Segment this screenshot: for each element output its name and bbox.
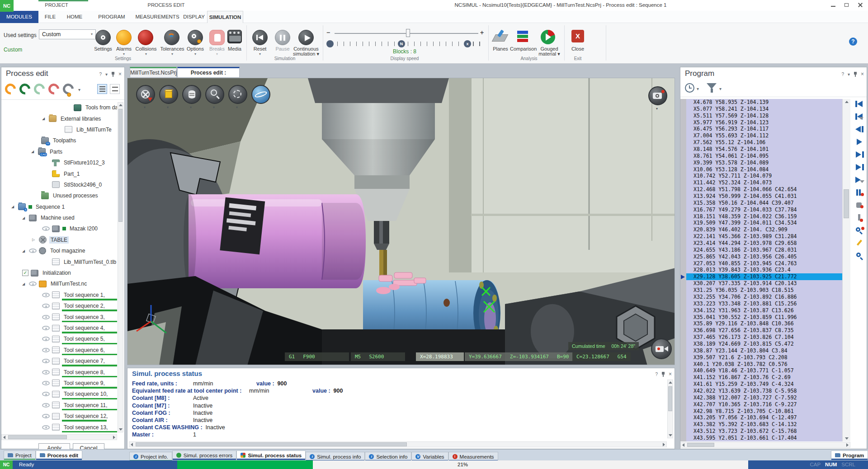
tree-row[interactable]: Tool sequence 7, (1, 356, 117, 366)
tab-measurements[interactable]: !Measurements (448, 452, 498, 461)
run-caret-icon[interactable]: ▾ (78, 87, 80, 92)
gcode-line[interactable]: X41.152 Y16.867 Z-103.76 C-2.69 (686, 374, 842, 381)
alarms-button[interactable]: Alarms (113, 47, 135, 52)
tree-item-label[interactable]: Mazak I200 (68, 225, 99, 232)
filter-icon[interactable] (707, 83, 717, 89)
speed-minus-icon[interactable]: − (326, 29, 330, 36)
tree-item-label[interactable]: Unused processes (52, 192, 99, 199)
speed-x-marker-icon[interactable]: x (464, 40, 471, 47)
gcode-line[interactable]: X28.013 Y39.843 Z-103.936 C23.4 (686, 267, 842, 273)
gcode-line[interactable]: X11.442 Y52.324 Z-104.073 (686, 179, 842, 186)
tree-item-label[interactable]: Part_1 (62, 170, 81, 178)
tree-row[interactable]: Tool sequence 4, (1, 323, 117, 333)
visibility-eye-icon[interactable] (42, 392, 50, 396)
gcode-line[interactable]: X41.61 Y15.259 Z-103.749 C-4.324 (686, 381, 842, 388)
gcode-line[interactable]: X5.977 Y56.919 Z-104.123 (686, 119, 842, 126)
tree-item-label[interactable]: Sequence 1 (34, 203, 66, 211)
visibility-eye-icon[interactable] (42, 403, 50, 408)
tolerances-caret-icon[interactable]: ▾ (158, 52, 186, 56)
speed-n-marker-icon[interactable]: N (398, 40, 405, 47)
gcode-line[interactable]: X16.767 Y49.279 Z-104.033 C37.784 (686, 206, 842, 213)
step-back-icon[interactable] (854, 124, 865, 134)
settings-button[interactable]: Settings (90, 47, 116, 52)
chuck-display-button[interactable] (136, 85, 155, 104)
visibility-eye-icon[interactable] (42, 414, 50, 418)
gcode-list[interactable]: X4.678 Y58.935 Z-104.139X5.077 Y58.241 Z… (680, 99, 850, 441)
run-settings-icon[interactable] (61, 81, 76, 97)
gcode-line[interactable]: X9.399 Y53.578 Z-104.089 (686, 159, 842, 166)
alarms-icon[interactable] (116, 30, 132, 45)
gcode-line[interactable]: X31.25 Y36.035 Z-103.903 C18.515 (686, 287, 842, 294)
tree-row[interactable]: ◢Machine used (1, 212, 117, 223)
gcode-line[interactable]: X42.388 Y12.007 Z-103.727 C-7.592 (686, 394, 842, 401)
tree-item-label[interactable]: Toolpaths (52, 137, 77, 144)
tab-display[interactable]: DISPLAY (182, 11, 206, 23)
tolerances-icon[interactable] (164, 30, 179, 45)
tree-horizontal-scrollbar[interactable] (1, 434, 117, 440)
status-help-icon[interactable]: ? (655, 372, 658, 377)
tree-row[interactable]: ◢External libraries (1, 113, 117, 124)
zoom-red-icon[interactable] (854, 225, 865, 235)
tolerances-button[interactable]: Tolerances (158, 47, 186, 52)
gcode-line[interactable]: X7.004 Y55.693 Z-104.112 (686, 132, 842, 139)
tree-item-label[interactable]: Tool sequence 7, (62, 357, 106, 365)
restore-button[interactable] (844, 2, 850, 8)
tab-project[interactable]: Project (4, 450, 36, 460)
gcode-line[interactable]: X18.151 Y48.359 Z-104.022 C36.159 (686, 213, 842, 220)
comparison-button[interactable]: Comparison (510, 47, 536, 52)
gcode-line[interactable]: X25.865 Y42.043 Z-103.956 C26.405 (686, 253, 842, 260)
alarms-caret-icon[interactable]: ▾ (113, 52, 135, 56)
tree-row[interactable]: Tool sequence 9, (1, 378, 117, 389)
tree-item-label[interactable]: Tool sequence 13, (62, 424, 109, 431)
speed-clock-icon[interactable] (326, 40, 334, 47)
skip-last-filter-icon[interactable] (854, 175, 865, 185)
options-button[interactable]: Options (183, 47, 208, 52)
skip-first-icon[interactable] (854, 99, 865, 109)
expander-open-icon[interactable]: ◢ (31, 150, 38, 154)
gcode-line[interactable]: X4.678 Y58.935 Z-104.139 (686, 99, 842, 106)
panel-caret-icon[interactable]: ▾ (105, 72, 108, 77)
program-close-icon[interactable]: × (861, 71, 864, 77)
collisions-button[interactable]: Collisions (132, 47, 160, 52)
tree-row[interactable]: StlFixture1012_3 (1, 157, 117, 168)
snapshot-button[interactable] (648, 86, 667, 105)
settings-icon[interactable] (95, 30, 111, 45)
continuous-simulation-button[interactable]: Continuous simulation ▾ (289, 47, 323, 56)
status-close-icon[interactable]: × (669, 371, 672, 377)
tree-row[interactable]: ◢SSequence 1 (1, 202, 117, 212)
gcode-line[interactable]: X7.562 Y55.12 Z-104.106 (686, 139, 842, 146)
visibility-eye-icon[interactable] (42, 226, 50, 231)
tree-item-label[interactable]: Machine used (39, 214, 76, 221)
part-caret-icon[interactable]: ▾ (190, 105, 192, 109)
tree-item-label[interactable]: Tool sequence 11, (62, 402, 109, 409)
expander-open-icon[interactable]: ◢ (42, 117, 49, 121)
orbit-button[interactable] (251, 85, 270, 104)
program-horizontal-scrollbar[interactable] (680, 442, 850, 448)
panel-close-icon[interactable]: × (118, 71, 122, 77)
tree-item-label[interactable]: Tool sequence 3, (62, 314, 106, 321)
close-simulation-button[interactable]: Close (566, 47, 590, 52)
tab-home[interactable]: HOME (62, 11, 87, 23)
gcode-line[interactable]: X37.465 Y26.173 Z-103.826 C7.104 (686, 334, 842, 341)
visibility-eye-icon[interactable] (42, 359, 50, 363)
tree-item-label[interactable]: Tool sequence 4, (62, 324, 106, 332)
gcode-line[interactable]: X22.141 Y45.366 Z-103.989 C31.284 (686, 233, 842, 240)
view-list-icon[interactable] (110, 84, 120, 94)
visibility-eye-icon[interactable] (42, 304, 50, 308)
media-icon[interactable] (227, 30, 242, 43)
gcode-line[interactable]: X43.382 Y5.392 Z-103.683 C-14.132 (686, 421, 842, 428)
used-settings-combo[interactable]: Custom▾ (39, 29, 96, 39)
gcode-line[interactable]: X42.022 Y13.639 Z-103.738 C-5.958 (686, 388, 842, 394)
step-down-icon[interactable] (854, 150, 865, 159)
tab-file[interactable]: FILE (40, 11, 61, 23)
expander-open-icon[interactable]: ◢ (22, 282, 29, 286)
tree-item-label[interactable]: Lib_MillTurnTe (75, 126, 113, 133)
tree-item-label[interactable]: Tool sequence 6, (62, 347, 106, 354)
visibility-eye-icon[interactable] (42, 425, 50, 430)
panel-pin-icon[interactable] (111, 72, 115, 77)
gcode-line[interactable]: X33.223 Y33.348 Z-103.881 C15.256 (686, 300, 842, 307)
gcode-line[interactable]: X42.98 Y8.715 Z-103.705 C-10.861 (686, 408, 842, 415)
tree-row[interactable]: Lib_MillTurnTest_0.tlb (1, 256, 117, 267)
run-red-icon[interactable] (46, 81, 61, 97)
gcode-line[interactable]: X6.475 Y56.293 Z-104.117 (686, 126, 842, 132)
